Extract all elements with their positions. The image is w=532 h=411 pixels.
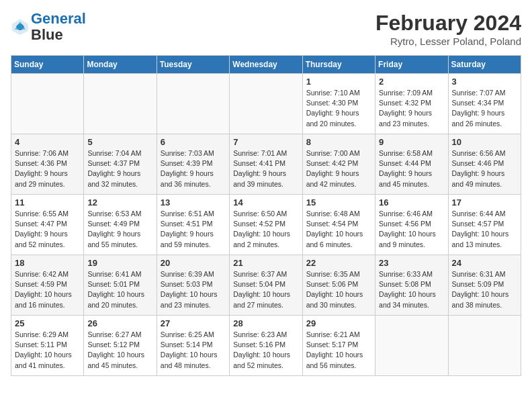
day-number: 2: [379, 77, 444, 87]
calendar-cell: 11Sunrise: 6:55 AMSunset: 4:47 PMDayligh…: [11, 195, 84, 255]
location-subtitle: Rytro, Lesser Poland, Poland: [375, 36, 521, 47]
calendar-cell: 15Sunrise: 6:48 AMSunset: 4:54 PMDayligh…: [302, 195, 375, 255]
calendar-cell: [11, 74, 84, 134]
day-info: Sunrise: 7:04 AMSunset: 4:37 PMDaylight:…: [87, 148, 152, 189]
calendar-cell: 16Sunrise: 6:46 AMSunset: 4:56 PMDayligh…: [375, 195, 448, 255]
logo-text-general: General: [31, 10, 86, 27]
day-info: Sunrise: 7:00 AMSunset: 4:42 PMDaylight:…: [306, 148, 371, 189]
day-number: 22: [306, 258, 371, 268]
day-number: 16: [379, 197, 444, 208]
calendar-cell: 21Sunrise: 6:37 AMSunset: 5:04 PMDayligh…: [230, 255, 302, 316]
calendar-week-row: 1Sunrise: 7:10 AMSunset: 4:30 PMDaylight…: [11, 74, 521, 134]
day-info: Sunrise: 6:27 AMSunset: 5:12 PMDaylight:…: [87, 330, 152, 371]
day-info: Sunrise: 6:44 AMSunset: 4:57 PMDaylight:…: [452, 209, 517, 250]
day-header-thursday: Thursday: [302, 56, 375, 74]
day-info: Sunrise: 6:41 AMSunset: 5:01 PMDaylight:…: [87, 269, 152, 310]
calendar-cell: [375, 316, 448, 376]
calendar-cell: 6Sunrise: 7:03 AMSunset: 4:39 PMDaylight…: [157, 134, 229, 195]
calendar-cell: [230, 74, 302, 134]
calendar-cell: 24Sunrise: 6:31 AMSunset: 5:09 PMDayligh…: [448, 255, 521, 316]
day-info: Sunrise: 7:07 AMSunset: 4:34 PMDaylight:…: [452, 88, 517, 129]
day-info: Sunrise: 7:01 AMSunset: 4:41 PMDaylight:…: [233, 148, 298, 189]
day-number: 5: [87, 137, 152, 147]
month-title: February 2024: [375, 11, 521, 36]
calendar-cell: [84, 74, 157, 134]
calendar-cell: 23Sunrise: 6:33 AMSunset: 5:08 PMDayligh…: [375, 255, 448, 316]
day-info: Sunrise: 6:39 AMSunset: 5:03 PMDaylight:…: [161, 269, 226, 310]
calendar-cell: [157, 74, 229, 134]
day-number: 29: [306, 318, 371, 328]
day-header-tuesday: Tuesday: [157, 56, 229, 74]
day-info: Sunrise: 6:25 AMSunset: 5:14 PMDaylight:…: [161, 330, 226, 371]
day-number: 4: [15, 137, 80, 147]
day-info: Sunrise: 7:09 AMSunset: 4:32 PMDaylight:…: [379, 88, 444, 129]
calendar-cell: 7Sunrise: 7:01 AMSunset: 4:41 PMDaylight…: [230, 134, 302, 195]
day-header-wednesday: Wednesday: [230, 56, 302, 74]
calendar-cell: 25Sunrise: 6:29 AMSunset: 5:11 PMDayligh…: [11, 316, 84, 376]
day-number: 25: [15, 318, 80, 328]
calendar-cell: 4Sunrise: 7:06 AMSunset: 4:36 PMDaylight…: [11, 134, 84, 195]
calendar-cell: 14Sunrise: 6:50 AMSunset: 4:52 PMDayligh…: [230, 195, 302, 255]
calendar-cell: 9Sunrise: 6:58 AMSunset: 4:44 PMDaylight…: [375, 134, 448, 195]
calendar-cell: 3Sunrise: 7:07 AMSunset: 4:34 PMDaylight…: [448, 74, 521, 134]
calendar-cell: 27Sunrise: 6:25 AMSunset: 5:14 PMDayligh…: [157, 316, 229, 376]
day-number: 3: [452, 77, 517, 87]
calendar-cell: 20Sunrise: 6:39 AMSunset: 5:03 PMDayligh…: [157, 255, 229, 316]
day-header-friday: Friday: [375, 56, 448, 74]
calendar-cell: 12Sunrise: 6:53 AMSunset: 4:49 PMDayligh…: [84, 195, 157, 255]
day-info: Sunrise: 6:21 AMSunset: 5:17 PMDaylight:…: [306, 330, 371, 371]
day-info: Sunrise: 6:53 AMSunset: 4:49 PMDaylight:…: [87, 209, 152, 250]
day-info: Sunrise: 6:37 AMSunset: 5:04 PMDaylight:…: [233, 269, 298, 310]
day-number: 20: [161, 258, 226, 268]
logo-icon: [11, 17, 30, 36]
day-info: Sunrise: 6:46 AMSunset: 4:56 PMDaylight:…: [379, 209, 444, 250]
day-header-row: SundayMondayTuesdayWednesdayThursdayFrid…: [11, 56, 521, 74]
day-number: 10: [452, 137, 517, 147]
calendar-cell: 26Sunrise: 6:27 AMSunset: 5:12 PMDayligh…: [84, 316, 157, 376]
logo: General Blue: [11, 11, 86, 43]
calendar-cell: 17Sunrise: 6:44 AMSunset: 4:57 PMDayligh…: [448, 195, 521, 255]
day-info: Sunrise: 6:29 AMSunset: 5:11 PMDaylight:…: [15, 330, 80, 371]
day-number: 17: [452, 197, 517, 208]
day-number: 12: [87, 197, 152, 208]
calendar-cell: 10Sunrise: 6:56 AMSunset: 4:46 PMDayligh…: [448, 134, 521, 195]
day-info: Sunrise: 6:51 AMSunset: 4:51 PMDaylight:…: [161, 209, 226, 250]
calendar-week-row: 11Sunrise: 6:55 AMSunset: 4:47 PMDayligh…: [11, 195, 521, 255]
day-number: 13: [161, 197, 226, 208]
calendar-cell: 13Sunrise: 6:51 AMSunset: 4:51 PMDayligh…: [157, 195, 229, 255]
day-header-monday: Monday: [84, 56, 157, 74]
calendar-cell: 28Sunrise: 6:23 AMSunset: 5:16 PMDayligh…: [230, 316, 302, 376]
day-info: Sunrise: 6:58 AMSunset: 4:44 PMDaylight:…: [379, 148, 444, 189]
day-header-saturday: Saturday: [448, 56, 521, 74]
day-info: Sunrise: 6:33 AMSunset: 5:08 PMDaylight:…: [379, 269, 444, 310]
day-info: Sunrise: 6:31 AMSunset: 5:09 PMDaylight:…: [452, 269, 517, 310]
day-number: 19: [87, 258, 152, 268]
day-number: 6: [161, 137, 226, 147]
day-number: 24: [452, 258, 517, 268]
day-number: 21: [233, 258, 298, 268]
day-number: 9: [379, 137, 444, 147]
day-number: 7: [233, 137, 298, 147]
day-number: 28: [233, 318, 298, 328]
calendar-week-row: 18Sunrise: 6:42 AMSunset: 4:59 PMDayligh…: [11, 255, 521, 316]
day-header-sunday: Sunday: [11, 56, 84, 74]
day-info: Sunrise: 6:42 AMSunset: 4:59 PMDaylight:…: [15, 269, 80, 310]
calendar-cell: 8Sunrise: 7:00 AMSunset: 4:42 PMDaylight…: [302, 134, 375, 195]
day-number: 1: [306, 77, 371, 87]
calendar-cell: 29Sunrise: 6:21 AMSunset: 5:17 PMDayligh…: [302, 316, 375, 376]
day-info: Sunrise: 7:06 AMSunset: 4:36 PMDaylight:…: [15, 148, 80, 189]
calendar-cell: 19Sunrise: 6:41 AMSunset: 5:01 PMDayligh…: [84, 255, 157, 316]
title-area: February 2024 Rytro, Lesser Poland, Pola…: [375, 11, 521, 47]
day-info: Sunrise: 6:35 AMSunset: 5:06 PMDaylight:…: [306, 269, 371, 310]
day-number: 26: [87, 318, 152, 328]
calendar-cell: 18Sunrise: 6:42 AMSunset: 4:59 PMDayligh…: [11, 255, 84, 316]
day-info: Sunrise: 7:10 AMSunset: 4:30 PMDaylight:…: [306, 88, 371, 129]
calendar-cell: 5Sunrise: 7:04 AMSunset: 4:37 PMDaylight…: [84, 134, 157, 195]
day-number: 18: [15, 258, 80, 268]
day-number: 23: [379, 258, 444, 268]
day-info: Sunrise: 6:48 AMSunset: 4:54 PMDaylight:…: [306, 209, 371, 250]
calendar-cell: [448, 316, 521, 376]
logo-text-blue: Blue: [31, 26, 63, 43]
calendar-week-row: 25Sunrise: 6:29 AMSunset: 5:11 PMDayligh…: [11, 316, 521, 376]
calendar-week-row: 4Sunrise: 7:06 AMSunset: 4:36 PMDaylight…: [11, 134, 521, 195]
